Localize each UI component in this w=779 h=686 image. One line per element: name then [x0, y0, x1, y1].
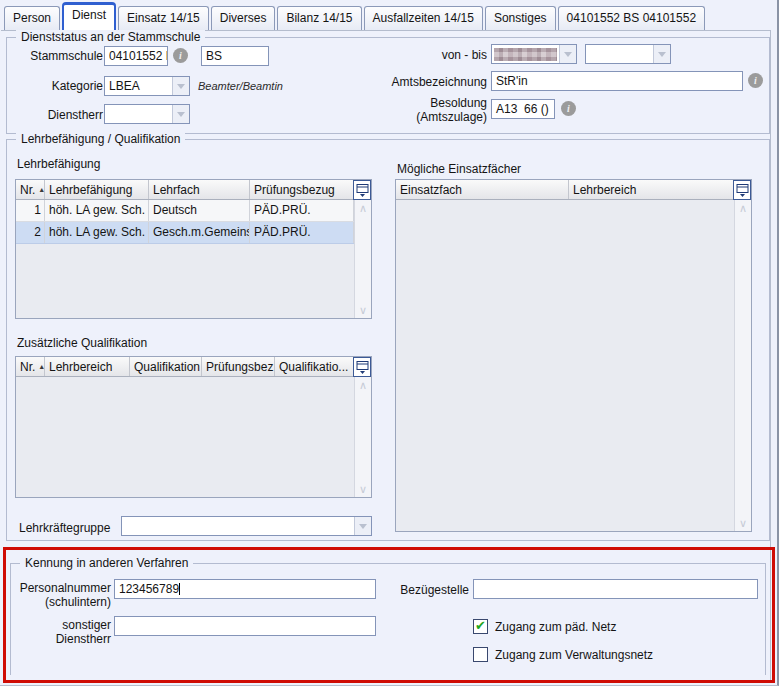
- column-chooser-button[interactable]: [353, 180, 371, 200]
- tab-label: Person: [13, 11, 51, 25]
- text-caret: [179, 583, 180, 595]
- chevron-down-icon[interactable]: [172, 77, 189, 95]
- tab-einsatz[interactable]: Einsatz 14/15: [118, 6, 209, 30]
- tab-bar: Person Dienst Einsatz 14/15 Diverses Bil…: [4, 2, 705, 30]
- einsatzfaecher-table: Einsatzfach Lehrbereich ∧ ∨: [395, 179, 752, 532]
- table-cell: höh. LA gew. Sch.: [45, 200, 149, 221]
- tab-schule[interactable]: 04101552 BS 04101552: [558, 6, 705, 30]
- personalnummer-value: 123456789: [119, 582, 179, 596]
- group-kennung: Kennung in anderen Verfahren Personalnum…: [10, 563, 766, 675]
- table-cell: PÄD.PRÜ.: [250, 222, 354, 243]
- column-header-lehrbereich[interactable]: Lehrbereich: [45, 357, 130, 376]
- chevron-down-icon[interactable]: [653, 45, 670, 63]
- scroll-up-icon[interactable]: ∧: [739, 203, 747, 213]
- tab-dienst[interactable]: Dienst: [62, 2, 116, 30]
- column-header-qualifikation[interactable]: Qualifikation: [130, 357, 202, 376]
- bezuegestelle-label: Bezügestelle: [361, 583, 469, 597]
- group-title: Dienststatus an der Stammschule: [16, 30, 205, 44]
- column-header-lehrbereich[interactable]: Lehrbereich: [569, 180, 734, 199]
- chevron-down-icon[interactable]: [559, 45, 576, 63]
- vertical-scrollbar[interactable]: ∧ ∨: [354, 377, 371, 497]
- column-label: Qualifikation: [134, 360, 200, 374]
- table-header-row: Nr.▲ Lehrbereich Qualifikation Prüfungsb…: [16, 357, 371, 377]
- column-label: Lehrbereich: [49, 360, 112, 374]
- table-header-row: Nr.▲ Lehrbefähigung Lehrfach Prüfungsbez…: [16, 180, 371, 200]
- paed-netz-checkrow: Zugang zum päd. Netz: [473, 619, 616, 634]
- table-cell: 1: [16, 200, 45, 221]
- bis-select[interactable]: [585, 44, 671, 64]
- column-header-lehrbefaehigung[interactable]: Lehrbefähigung: [45, 180, 149, 199]
- besoldung-input[interactable]: A13 66 (): [491, 99, 555, 119]
- chevron-down-icon[interactable]: [354, 517, 371, 535]
- tab-label: Diverses: [220, 11, 267, 25]
- column-chooser-button[interactable]: [733, 180, 751, 200]
- tab-label: Bilanz 14/15: [286, 11, 352, 25]
- scroll-down-icon[interactable]: ∨: [359, 305, 367, 315]
- paed-netz-checkbox[interactable]: [473, 619, 488, 634]
- lehrbefaehigung-table: Nr.▲ Lehrbefähigung Lehrfach Prüfungsbez…: [15, 179, 372, 319]
- vertical-scrollbar[interactable]: ∧ ∨: [734, 200, 751, 531]
- sonstiger-dienstherr-input[interactable]: [114, 616, 376, 636]
- tab-bilanz[interactable]: Bilanz 14/15: [277, 6, 361, 30]
- dienstherr-label: Dienstherr: [15, 108, 103, 122]
- tab-label: Sonstiges: [494, 11, 547, 25]
- dienstherr-select[interactable]: [104, 104, 190, 124]
- group-title: Kennung in anderen Verfahren: [20, 556, 193, 570]
- column-header-nr[interactable]: Nr.▲: [16, 357, 45, 376]
- column-header-qualifikationsart[interactable]: Qualifikatio...: [275, 357, 354, 376]
- column-header-pruefungsbezug[interactable]: Prüfungsbez...: [202, 357, 275, 376]
- sort-ascending-icon: ▲: [38, 363, 45, 370]
- column-chooser-button[interactable]: [353, 357, 371, 377]
- table-row[interactable]: 1 höh. LA gew. Sch. Deutsch PÄD.PRÜ.: [16, 200, 371, 222]
- info-icon[interactable]: i: [561, 101, 576, 116]
- bis-value: [586, 45, 653, 63]
- column-label: Prüfungsbez...: [206, 360, 275, 374]
- column-header-einsatzfach[interactable]: Einsatzfach: [396, 180, 569, 199]
- tab-ausfallzeiten[interactable]: Ausfallzeiten 14/15: [364, 6, 483, 30]
- lehrkraeftegruppe-select[interactable]: [121, 516, 372, 536]
- group-qualifikation: Lehrbefähigung / Qualifikation Lehrbefäh…: [6, 139, 770, 541]
- tab-person[interactable]: Person: [4, 6, 60, 30]
- verwaltungsnetz-checkbox[interactable]: [473, 647, 488, 662]
- column-header-pruefungsbezug[interactable]: Prüfungsbezug: [250, 180, 354, 199]
- table-header-row: Einsatzfach Lehrbereich: [396, 180, 751, 200]
- stammschule-input[interactable]: 04101552 B: [104, 46, 168, 66]
- bezuegestelle-input[interactable]: [473, 579, 758, 599]
- column-chooser-icon: [356, 361, 369, 374]
- column-label: Lehrbefähigung: [49, 183, 132, 197]
- amtsbezeichnung-label: Amtsbezeichnung: [391, 75, 487, 89]
- vertical-scrollbar[interactable]: ∧ ∨: [354, 200, 371, 318]
- column-label: Nr.: [20, 183, 35, 197]
- tab-diverses[interactable]: Diverses: [211, 6, 276, 30]
- column-label: Lehrbereich: [573, 183, 636, 197]
- scroll-down-icon[interactable]: ∨: [739, 518, 747, 528]
- von-value-redacted: [494, 48, 557, 61]
- zusaetzliche-qualifikation-label: Zusätzliche Qualifikation: [17, 336, 147, 350]
- table-row[interactable]: 2 höh. LA gew. Sch. Gesch.m.Gemeins... P…: [16, 222, 371, 244]
- column-header-lehrfach[interactable]: Lehrfach: [149, 180, 250, 199]
- von-bis-label: von - bis: [391, 48, 487, 62]
- verwaltungsnetz-checkrow: Zugang zum Verwaltungsnetz: [473, 647, 653, 662]
- stammschule-label: Stammschule: [15, 49, 103, 63]
- einsatzfaecher-label: Mögliche Einsatzfächer: [397, 162, 521, 176]
- table-cell: Gesch.m.Gemeins...: [149, 222, 250, 243]
- info-icon[interactable]: i: [173, 48, 188, 63]
- tab-sonstiges[interactable]: Sonstiges: [485, 6, 556, 30]
- lehrkraeftegruppe-label: Lehrkräftegruppe: [19, 521, 110, 535]
- scroll-down-icon[interactable]: ∨: [359, 484, 367, 494]
- von-select[interactable]: [491, 44, 577, 64]
- chevron-down-icon[interactable]: [172, 105, 189, 123]
- sonstiger-dienstherr-label: sonstiger Dienstherr: [15, 618, 111, 646]
- column-label: Qualifikatio...: [279, 360, 348, 374]
- paed-netz-label: Zugang zum päd. Netz: [495, 620, 616, 634]
- scroll-up-icon[interactable]: ∧: [359, 380, 367, 390]
- kategorie-select[interactable]: LBEA: [104, 76, 190, 96]
- tab-label: Ausfallzeiten 14/15: [373, 11, 474, 25]
- stammschule-kuerzel-input[interactable]: BS: [201, 46, 269, 66]
- info-icon[interactable]: i: [748, 73, 763, 88]
- amtsbezeichnung-input[interactable]: StR'in: [491, 71, 743, 91]
- column-header-nr[interactable]: Nr.▲: [16, 180, 45, 199]
- column-chooser-icon: [736, 184, 749, 197]
- personalnummer-input[interactable]: 123456789: [114, 579, 376, 599]
- scroll-up-icon[interactable]: ∧: [359, 203, 367, 213]
